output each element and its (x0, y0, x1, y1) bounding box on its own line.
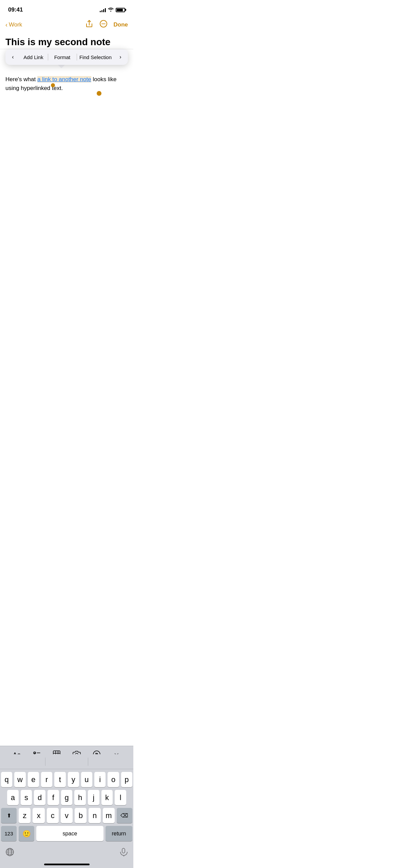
status-bar: 09:41 (0, 0, 133, 17)
note-body[interactable]: Here's what a link to another note looks… (5, 75, 128, 92)
context-menu-container: ‹ Add Link Format Find Selection › (5, 49, 128, 65)
text-before-selection: Here's what (5, 76, 37, 83)
selection-handle-right (97, 91, 101, 96)
context-menu-next[interactable]: › (114, 51, 127, 63)
signal-icon (100, 8, 106, 12)
battery-icon (116, 8, 125, 12)
svg-point-2 (103, 23, 104, 24)
svg-point-1 (101, 23, 102, 24)
context-menu-add-link[interactable]: Add Link (19, 52, 48, 63)
wifi-icon (108, 7, 114, 13)
done-button[interactable]: Done (114, 21, 128, 28)
context-menu-format[interactable]: Format (48, 52, 77, 63)
status-icons (100, 7, 125, 13)
context-menu-prev[interactable]: ‹ (7, 51, 19, 63)
note-title-area: This is my second note (0, 34, 133, 49)
context-menu: ‹ Add Link Format Find Selection › (5, 49, 128, 65)
note-title[interactable]: This is my second note (5, 37, 128, 48)
back-button[interactable]: ‹ Work (5, 21, 22, 29)
nav-bar: ‹ Work Done (0, 17, 133, 34)
selection-handle-left (51, 83, 55, 87)
back-label: Work (9, 21, 22, 28)
nav-actions: Done (85, 20, 128, 30)
back-chevron-icon: ‹ (5, 21, 7, 29)
note-content[interactable]: Here's what a link to another note looks… (0, 65, 133, 98)
more-icon[interactable] (99, 20, 108, 30)
text-selected: a link to another note (37, 76, 91, 83)
svg-point-3 (104, 23, 105, 24)
context-menu-find-selection[interactable]: Find Selection (77, 52, 114, 63)
share-icon[interactable] (85, 20, 93, 30)
status-time: 09:41 (8, 6, 23, 13)
